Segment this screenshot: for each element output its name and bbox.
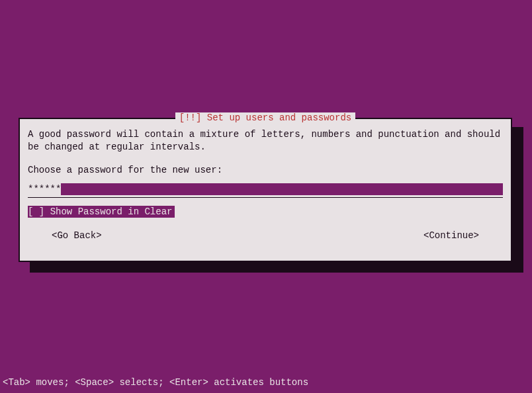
continue-button[interactable]: <Continue> xyxy=(423,230,479,242)
checkbox-label: Show Password in Clear xyxy=(50,206,173,217)
checkbox-state: [ ] xyxy=(28,206,44,217)
button-row: <Go Back> <Continue> xyxy=(28,230,503,242)
instruction-text: A good password will contain a mixture o… xyxy=(28,128,503,153)
go-back-button[interactable]: <Go Back> xyxy=(52,230,102,242)
password-input[interactable]: ****** xyxy=(28,183,503,195)
password-prompt: Choose a password for the new user: xyxy=(28,164,503,177)
password-value: ****** xyxy=(28,183,61,195)
input-underline xyxy=(28,197,503,198)
dialog-title: [!!] Set up users and passwords xyxy=(175,112,355,123)
dialog-title-row: [!!] Set up users and passwords xyxy=(20,112,511,123)
footer-help-text: <Tab> moves; <Space> selects; <Enter> ac… xyxy=(3,377,308,388)
show-password-checkbox[interactable]: [ ] Show Password in Clear xyxy=(28,206,175,218)
dialog-content: A good password will contain a mixture o… xyxy=(20,119,511,249)
password-setup-dialog: [!!] Set up users and passwords A good p… xyxy=(19,118,512,262)
